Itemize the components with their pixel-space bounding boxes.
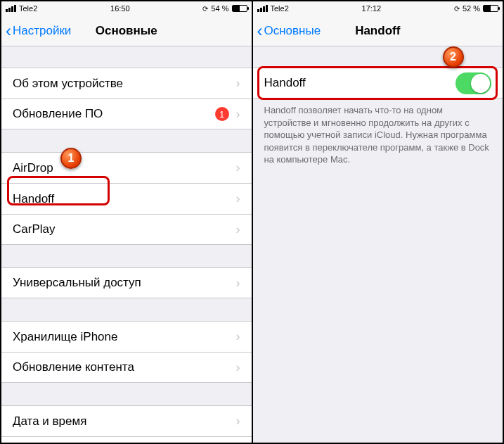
signal-icon xyxy=(6,5,16,12)
clock-label: 16:50 xyxy=(110,4,130,13)
clock-label: 17:12 xyxy=(362,4,382,13)
settings-list: Об этом устройстве › Обновление ПО 1 › A… xyxy=(1,46,252,443)
row-label: Об этом устройстве xyxy=(13,77,236,91)
rotation-lock-icon: ⟳ xyxy=(202,5,208,13)
row-carplay[interactable]: CarPlay › xyxy=(1,214,252,245)
update-badge: 1 xyxy=(215,107,229,121)
status-bar: Tele2 16:50 ⟳ 54 % xyxy=(1,1,252,15)
row-accessibility[interactable]: Универсальный доступ › xyxy=(1,267,252,298)
chevron-right-icon: › xyxy=(236,329,240,344)
row-date-time[interactable]: Дата и время › xyxy=(1,405,252,436)
back-label: Основные xyxy=(264,24,321,38)
battery-pct-label: 54 % xyxy=(211,4,228,13)
chevron-right-icon: › xyxy=(236,107,240,122)
row-label: AirDrop xyxy=(13,161,236,175)
chevron-right-icon: › xyxy=(236,414,240,429)
battery-icon xyxy=(232,5,247,12)
handoff-toggle[interactable] xyxy=(455,72,491,94)
row-label: Handoff xyxy=(13,192,236,206)
row-label: Обновление контента xyxy=(13,360,236,374)
row-label: Дата и время xyxy=(13,414,236,429)
row-label: Обновление ПО xyxy=(13,107,215,121)
back-button[interactable]: ‹ Настройки xyxy=(1,23,71,39)
row-label: CarPlay xyxy=(13,222,236,236)
carrier-label: Tele2 xyxy=(19,4,37,13)
row-background-refresh[interactable]: Обновление контента › xyxy=(1,352,252,383)
phone-left-general-settings: Tele2 16:50 ⟳ 54 % ‹ Настройки Основные … xyxy=(1,1,253,443)
annotation-callout-1: 1 xyxy=(60,148,82,169)
chevron-right-icon: › xyxy=(236,76,240,91)
rotation-lock-icon: ⟳ xyxy=(454,5,460,13)
row-airdrop[interactable]: AirDrop › xyxy=(1,152,252,183)
chevron-right-icon: › xyxy=(236,222,240,237)
row-keyboard[interactable]: Клавиатура › xyxy=(1,436,252,443)
row-handoff[interactable]: Handoff › xyxy=(1,183,252,214)
status-bar: Tele2 17:12 ⟳ 52 % xyxy=(253,1,503,15)
row-storage[interactable]: Хранилище iPhone › xyxy=(1,321,252,352)
chevron-left-icon: ‹ xyxy=(6,23,11,39)
handoff-description: Handoff позволяет начать что-то на одном… xyxy=(253,99,503,166)
annotation-callout-2: 2 xyxy=(443,46,464,68)
row-label: Универсальный доступ xyxy=(13,276,236,290)
carrier-label: Tele2 xyxy=(271,4,289,13)
row-software-update[interactable]: Обновление ПО 1 › xyxy=(1,99,252,129)
chevron-right-icon: › xyxy=(236,360,240,375)
chevron-left-icon: ‹ xyxy=(257,23,263,39)
row-about[interactable]: Об этом устройстве › xyxy=(1,68,252,99)
row-label: Handoff xyxy=(264,76,456,90)
battery-pct-label: 52 % xyxy=(463,4,480,13)
chevron-right-icon: › xyxy=(236,276,240,291)
row-handoff-toggle[interactable]: Handoff xyxy=(253,68,503,99)
nav-bar: ‹ Основные Handoff xyxy=(253,15,503,46)
row-label: Хранилище iPhone xyxy=(13,330,236,344)
back-label: Настройки xyxy=(13,24,71,38)
handoff-settings: Handoff Handoff позволяет начать что-то … xyxy=(253,46,503,443)
nav-bar: ‹ Настройки Основные xyxy=(1,15,252,46)
chevron-right-icon: › xyxy=(236,191,240,206)
back-button[interactable]: ‹ Основные xyxy=(253,23,321,39)
chevron-right-icon: › xyxy=(236,160,240,175)
signal-icon xyxy=(257,5,268,12)
phone-right-handoff-settings: Tele2 17:12 ⟳ 52 % ‹ Основные Handoff Ha… xyxy=(253,1,503,443)
battery-icon xyxy=(483,5,498,12)
